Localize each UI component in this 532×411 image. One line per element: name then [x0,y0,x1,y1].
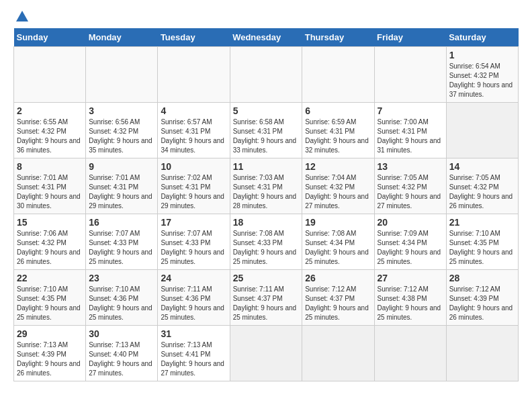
logo-icon [15,9,30,24]
calendar-cell [446,103,518,158]
calendar-cell: 3Sunrise: 6:56 AM Sunset: 4:32 PM Daylig… [86,103,158,158]
calendar-cell: 21Sunrise: 7:10 AM Sunset: 4:35 PM Dayli… [446,214,518,270]
day-info: Sunrise: 7:10 AM Sunset: 4:35 PM Dayligh… [449,230,513,265]
day-number: 26 [305,273,371,283]
day-info: Sunrise: 7:11 AM Sunset: 4:36 PM Dayligh… [161,285,224,321]
day-number: 7 [378,105,443,116]
day-info: Sunrise: 7:12 AM Sunset: 4:37 PM Dayligh… [305,285,369,321]
calendar-cell: 23Sunrise: 7:10 AM Sunset: 4:36 PM Dayli… [86,270,158,326]
calendar-cell: 28Sunrise: 7:12 AM Sunset: 4:39 PM Dayli… [446,270,518,326]
day-number: 9 [89,161,154,172]
day-info: Sunrise: 7:01 AM Sunset: 4:31 PM Dayligh… [89,174,152,210]
day-info: Sunrise: 7:05 AM Sunset: 4:32 PM Dayligh… [378,174,441,210]
day-number: 16 [89,217,154,228]
day-number: 14 [449,161,515,172]
calendar-table: SundayMondayTuesdayWednesdayThursdayFrid… [13,28,519,381]
calendar-cell: 27Sunrise: 7:12 AM Sunset: 4:38 PM Dayli… [374,270,446,326]
day-info: Sunrise: 6:55 AM Sunset: 4:32 PM Dayligh… [17,118,81,154]
calendar-cell: 26Sunrise: 7:12 AM Sunset: 4:37 PM Dayli… [302,270,374,326]
day-number: 3 [89,105,154,116]
calendar-cell [446,326,518,381]
day-info: Sunrise: 7:00 AM Sunset: 4:31 PM Dayligh… [378,118,441,154]
calendar-cell: 5Sunrise: 6:58 AM Sunset: 4:31 PM Daylig… [230,103,302,158]
day-number: 10 [161,161,226,172]
calendar-cell: 13Sunrise: 7:05 AM Sunset: 4:32 PM Dayli… [374,158,446,214]
day-info: Sunrise: 7:13 AM Sunset: 4:39 PM Dayligh… [17,341,81,377]
day-info: Sunrise: 7:05 AM Sunset: 4:32 PM Dayligh… [449,174,513,210]
day-number: 4 [161,105,226,116]
calendar-cell: 18Sunrise: 7:08 AM Sunset: 4:33 PM Dayli… [230,214,302,270]
calendar-cell: 10Sunrise: 7:02 AM Sunset: 4:31 PM Dayli… [158,158,230,214]
day-header-tuesday: Tuesday [158,28,230,47]
calendar-cell [302,326,374,381]
day-number: 27 [378,273,443,283]
calendar-week-row: 29Sunrise: 7:13 AM Sunset: 4:39 PM Dayli… [14,326,519,381]
day-info: Sunrise: 7:10 AM Sunset: 4:35 PM Dayligh… [17,285,81,321]
calendar-cell: 25Sunrise: 7:11 AM Sunset: 4:37 PM Dayli… [230,270,302,326]
day-header-saturday: Saturday [446,28,518,47]
day-number: 19 [305,217,371,228]
calendar-cell: 8Sunrise: 7:01 AM Sunset: 4:31 PM Daylig… [14,158,86,214]
calendar-week-row: 15Sunrise: 7:06 AM Sunset: 4:32 PM Dayli… [14,214,519,270]
day-header-sunday: Sunday [14,28,86,47]
day-number: 30 [89,328,154,339]
calendar-cell [230,47,302,103]
calendar-cell: 16Sunrise: 7:07 AM Sunset: 4:33 PM Dayli… [86,214,158,270]
day-number: 1 [449,50,515,60]
calendar-cell: 29Sunrise: 7:13 AM Sunset: 4:39 PM Dayli… [14,326,86,381]
day-number: 25 [233,273,300,283]
day-number: 17 [161,217,226,228]
day-number: 11 [233,161,300,172]
day-number: 31 [161,328,226,339]
day-header-thursday: Thursday [302,28,374,47]
calendar-cell: 14Sunrise: 7:05 AM Sunset: 4:32 PM Dayli… [446,158,518,214]
day-header-monday: Monday [86,28,158,47]
day-info: Sunrise: 7:07 AM Sunset: 4:33 PM Dayligh… [161,230,224,265]
calendar-cell: 22Sunrise: 7:10 AM Sunset: 4:35 PM Dayli… [14,270,86,326]
day-info: Sunrise: 7:01 AM Sunset: 4:31 PM Dayligh… [17,174,81,210]
calendar-cell: 19Sunrise: 7:08 AM Sunset: 4:34 PM Dayli… [302,214,374,270]
calendar-week-row: 22Sunrise: 7:10 AM Sunset: 4:35 PM Dayli… [14,270,519,326]
day-info: Sunrise: 7:02 AM Sunset: 4:31 PM Dayligh… [161,174,224,210]
day-number: 29 [17,328,83,339]
day-number: 21 [449,217,515,228]
calendar-cell [374,47,446,103]
day-header-friday: Friday [374,28,446,47]
day-info: Sunrise: 6:54 AM Sunset: 4:32 PM Dayligh… [449,62,513,98]
day-info: Sunrise: 7:07 AM Sunset: 4:33 PM Dayligh… [89,230,152,265]
day-info: Sunrise: 7:04 AM Sunset: 4:32 PM Dayligh… [305,174,369,210]
calendar-cell: 7Sunrise: 7:00 AM Sunset: 4:31 PM Daylig… [374,103,446,158]
day-info: Sunrise: 7:13 AM Sunset: 4:41 PM Dayligh… [161,341,224,377]
day-number: 18 [233,217,300,228]
day-info: Sunrise: 7:08 AM Sunset: 4:33 PM Dayligh… [233,230,297,265]
calendar-cell [230,326,302,381]
calendar-cell [86,47,158,103]
calendar-cell: 30Sunrise: 7:13 AM Sunset: 4:40 PM Dayli… [86,326,158,381]
calendar-cell: 1Sunrise: 6:54 AM Sunset: 4:32 PM Daylig… [446,47,518,103]
calendar-week-row: 2Sunrise: 6:55 AM Sunset: 4:32 PM Daylig… [14,103,519,158]
calendar-cell: 20Sunrise: 7:09 AM Sunset: 4:34 PM Dayli… [374,214,446,270]
header [13,13,519,21]
calendar-cell: 6Sunrise: 6:59 AM Sunset: 4:31 PM Daylig… [302,103,374,158]
day-number: 20 [378,217,443,228]
day-number: 23 [89,273,154,283]
calendar-header-row: SundayMondayTuesdayWednesdayThursdayFrid… [14,28,519,47]
svg-marker-0 [16,11,28,21]
day-info: Sunrise: 7:09 AM Sunset: 4:34 PM Dayligh… [378,230,441,265]
day-info: Sunrise: 7:10 AM Sunset: 4:36 PM Dayligh… [89,285,152,321]
calendar-cell [374,326,446,381]
day-info: Sunrise: 7:08 AM Sunset: 4:34 PM Dayligh… [305,230,369,265]
calendar-cell: 4Sunrise: 6:57 AM Sunset: 4:31 PM Daylig… [158,103,230,158]
day-info: Sunrise: 7:13 AM Sunset: 4:40 PM Dayligh… [89,341,152,377]
day-info: Sunrise: 6:59 AM Sunset: 4:31 PM Dayligh… [305,118,369,154]
calendar-cell: 12Sunrise: 7:04 AM Sunset: 4:32 PM Dayli… [302,158,374,214]
day-number: 8 [17,161,83,172]
calendar-cell [158,47,230,103]
day-info: Sunrise: 7:11 AM Sunset: 4:37 PM Dayligh… [233,285,297,321]
day-number: 24 [161,273,226,283]
day-info: Sunrise: 6:58 AM Sunset: 4:31 PM Dayligh… [233,118,297,154]
calendar-cell [14,47,86,103]
calendar-week-row: 8Sunrise: 7:01 AM Sunset: 4:31 PM Daylig… [14,158,519,214]
day-number: 5 [233,105,300,116]
day-number: 22 [17,273,83,283]
